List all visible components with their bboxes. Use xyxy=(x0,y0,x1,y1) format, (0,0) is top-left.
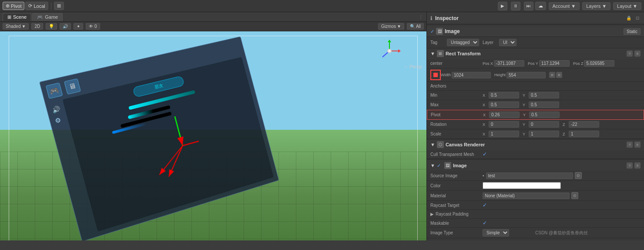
scale-z-input[interactable] xyxy=(569,131,599,137)
inspector-lock-icon[interactable]: 🔒 xyxy=(626,15,632,21)
anchors-label: Anchors xyxy=(430,84,483,88)
anchor-max-y-input[interactable] xyxy=(529,101,559,108)
image-component-checkbox[interactable]: ✓ xyxy=(430,29,434,34)
pivot-x-input[interactable] xyxy=(489,111,520,118)
top-bar: ⊕ Pivot ⟳ Local ⊞ ▶ ⏸ ⏭ ☁ Account ▼ Laye… xyxy=(0,0,644,12)
rotation-x-field: X xyxy=(483,121,519,128)
scene-canvas[interactable]: 🎮 🖥 🔊 ⚙ 层次 xyxy=(0,31,426,240)
rotation-z-input[interactable] xyxy=(569,121,599,128)
scene-more-icon[interactable]: ⋮ xyxy=(418,14,424,20)
canvas-settings[interactable]: ≡ xyxy=(634,142,641,148)
raycast-target-row: Raycast Target ✓ xyxy=(427,201,644,210)
pos-x-input[interactable] xyxy=(494,60,524,67)
persp-label[interactable]: ← Persp xyxy=(403,64,422,69)
audio-button[interactable]: 🔊 xyxy=(60,23,71,30)
pivot-y-label: Y xyxy=(523,113,528,117)
2d-button[interactable]: 2D xyxy=(31,23,43,30)
canvas-renderer-header[interactable]: ▼ ⬡ Canvas Renderer ? ≡ xyxy=(427,139,644,150)
image-type-select[interactable]: Simple xyxy=(483,229,509,236)
static-badge[interactable]: Static xyxy=(624,28,641,35)
material-browse[interactable]: ⊙ xyxy=(571,192,578,199)
tag-select[interactable]: Untagged xyxy=(447,39,479,46)
anchor-min-x-input[interactable] xyxy=(489,92,519,98)
fx-button[interactable]: ✦ xyxy=(74,23,83,30)
width-input[interactable] xyxy=(452,72,491,78)
maskable-check[interactable]: ✓ xyxy=(483,220,487,226)
layers-button[interactable]: Layers ▼ xyxy=(582,2,610,10)
height-input[interactable] xyxy=(506,72,546,78)
pos-y-input[interactable] xyxy=(539,60,570,67)
anchor-max-label: Max xyxy=(430,102,483,107)
grid-button[interactable]: ⊞ xyxy=(54,2,64,10)
cull-mesh-check[interactable]: ✓ xyxy=(483,151,487,157)
scene-view: ⊞ Scene 🎮 Game ⋮ Shaded ▼ 2D 💡 🔊 ✦ 👁 0 xyxy=(0,12,426,240)
raycast-padding-label: Raycast Padding xyxy=(436,212,488,216)
anchor-max-x-input[interactable] xyxy=(489,101,519,108)
image-section-checkbox[interactable]: ✓ xyxy=(437,163,441,169)
scene-view-options[interactable]: 👁 0 xyxy=(86,23,100,30)
layer-label: Layer xyxy=(483,40,496,45)
light-button[interactable]: 💡 xyxy=(46,23,57,30)
image-section-chevron: ▼ xyxy=(430,163,435,168)
source-image-input[interactable] xyxy=(486,172,573,179)
canvas-renderer-section: ▼ ⬡ Canvas Renderer ? ≡ Cull Transparent… xyxy=(427,139,644,159)
anchor-max-x: X xyxy=(483,101,519,108)
anchor-min-y-input[interactable] xyxy=(529,92,559,98)
material-input[interactable] xyxy=(483,193,570,199)
scene-tab[interactable]: ⊞ Scene xyxy=(3,13,31,21)
inspector-maximize-icon[interactable]: ⊡ xyxy=(634,15,641,21)
step-icon: ⏭ xyxy=(527,3,531,8)
anchor-min-x: X xyxy=(483,92,519,98)
pivot-y-input[interactable] xyxy=(529,111,560,118)
width-label: Width xyxy=(441,73,451,77)
scale-z-label: Z xyxy=(563,132,568,136)
pos-z-input[interactable] xyxy=(584,60,614,67)
shaded-dropdown[interactable]: Shaded ▼ xyxy=(3,23,29,30)
rotation-y-input[interactable] xyxy=(529,121,559,128)
svg-point-11 xyxy=(388,50,391,52)
layers-chevron: ▼ xyxy=(602,3,607,9)
pause-button[interactable]: ⏸ xyxy=(511,2,520,10)
height-label: Height xyxy=(494,73,506,77)
image-section-header[interactable]: ▼ ✓ 🖼 Image ? ≡ xyxy=(427,160,644,171)
search-field[interactable]: 🔍 All xyxy=(407,23,424,30)
pivot-label: Pivot xyxy=(11,3,21,9)
svg-marker-8 xyxy=(398,49,401,53)
local-button[interactable]: ⟳ Local xyxy=(25,2,48,10)
scale-y-input[interactable] xyxy=(529,131,559,137)
canvas-renderer-icon: ⬡ xyxy=(437,141,444,148)
anchor-max-group: X Y xyxy=(483,101,641,108)
image-help[interactable]: ? xyxy=(627,162,633,169)
scale-y-field: Y xyxy=(523,131,559,137)
cloud-icon-btn[interactable]: ☁ xyxy=(535,2,546,10)
layout-button[interactable]: Layout ▼ xyxy=(613,2,641,10)
gizmos-button[interactable]: Gizmos ▼ xyxy=(378,23,404,30)
rotation-row: Rotation X Y Z xyxy=(427,120,644,129)
anchor-max-y-label: Y xyxy=(523,103,528,107)
account-button[interactable]: Account ▼ xyxy=(549,2,580,10)
play-button[interactable]: ▶ xyxy=(498,2,507,10)
rect-transform-header[interactable]: ▼ ⊞ Rect Transform ? ≡ xyxy=(427,48,644,59)
source-image-browse[interactable]: ⊙ xyxy=(575,172,582,179)
rect-transform-help[interactable]: ? xyxy=(627,51,633,57)
scene-gizmo[interactable] xyxy=(376,38,402,64)
canvas-renderer-actions: ? ≡ xyxy=(627,142,641,148)
raycast-target-check[interactable]: ✓ xyxy=(483,202,487,208)
color-swatch[interactable] xyxy=(483,182,561,189)
step-button[interactable]: ⏭ xyxy=(524,2,533,10)
scale-x-input[interactable] xyxy=(489,131,519,137)
canvas-help[interactable]: ? xyxy=(627,142,633,148)
anchor-visual[interactable] xyxy=(430,70,441,80)
anchor-min-row: Min X Y xyxy=(427,91,644,100)
pivot-button[interactable]: ⊕ Pivot xyxy=(3,2,24,10)
rect-transform-settings[interactable]: ≡ xyxy=(634,51,641,57)
image-section: ▼ ✓ 🖼 Image ? ≡ Source Image • ⊙ xyxy=(427,160,644,240)
layer-select[interactable]: UI xyxy=(499,39,517,46)
layout-label: Layout xyxy=(617,3,631,9)
r-button[interactable]: R xyxy=(549,72,555,78)
image-settings[interactable]: ≡ xyxy=(634,162,641,169)
game-tab[interactable]: 🎮 Game xyxy=(32,13,63,21)
rh-button[interactable]: R xyxy=(556,72,562,78)
inspector-header: ℹ Inspector 🔒 ⊡ xyxy=(427,12,644,24)
rotation-x-input[interactable] xyxy=(489,121,519,128)
